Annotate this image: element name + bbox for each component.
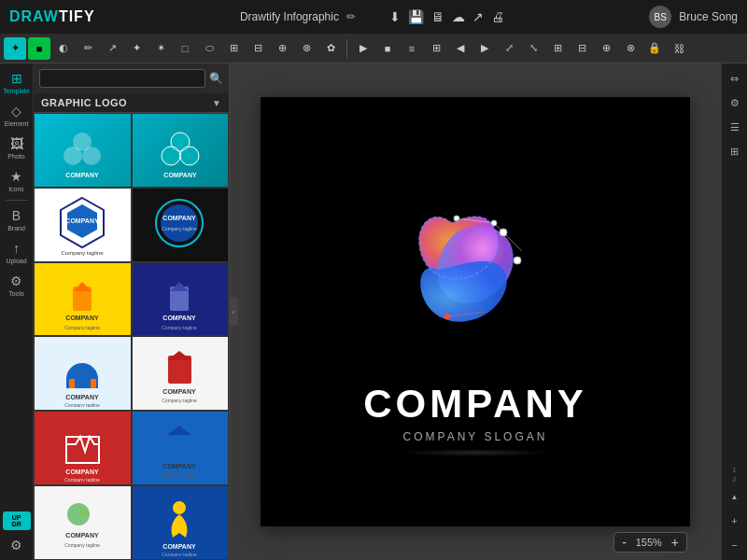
svg-text:Company tagline: Company tagline [64,325,100,330]
panel-collapse-btn[interactable]: ‹ [229,298,238,326]
avatar[interactable]: BS [649,6,671,28]
template-item-10[interactable]: COMPANY Company tagline graphic-logo-blu… [132,411,230,485]
grid-btn[interactable]: ⊞ [222,37,245,60]
zoom-bar: - 155% + [613,532,687,553]
prev-btn[interactable]: ◀ [449,37,472,60]
red-graphic: COMPANY Company tagline [52,416,113,482]
template-panel: 🔍 GRAPHIC LOGO ▼ COMPANY graphic-logo-Fl… [34,63,230,560]
canvas-content: COMPANY COMPANY SLOGAN [261,97,690,526]
minus-btn[interactable]: ⊗ [619,37,641,60]
rect-btn[interactable]: □ [174,37,196,60]
next-btn[interactable]: ▶ [473,37,496,60]
right-up-btn[interactable]: ▲ [724,485,746,508]
right-settings-btn[interactable]: ⚙ [724,91,746,114]
lock-btn[interactable]: 🔒 [643,37,666,60]
ungroup-btn[interactable]: ⊟ [571,37,593,60]
template-item-8[interactable]: COMPANY Company tagline graphic-logo-blu… [132,336,230,411]
template-item-9[interactable]: COMPANY Company tagline graphic-logo-red… [34,411,132,485]
settings-btn[interactable]: ⚙ [2,534,32,556]
search-icon[interactable]: 🔍 [209,72,223,85]
right-add-btn[interactable]: + [724,510,746,532]
svg-text:COMPANY: COMPANY [65,315,99,321]
icon-bar: ⊞ Template ◇ Element 🖼 Photo ★ Icons B B… [0,63,34,560]
badge-graphic: COMPANY Company tagline [149,193,210,259]
upgrade-btn[interactable]: UPGR [3,511,31,530]
book-graphic-1: COMPANY Company tagline [52,268,113,333]
template-item-5[interactable]: COMPANY Company tagline graphic-logo-blu… [34,262,132,337]
zoom-level: 155% [632,537,666,548]
template-item-3[interactable]: COMPANY Company tagline graphic-logo-Flo… [34,188,132,262]
sidebar-item-element[interactable]: ◇ Element [2,100,32,131]
zoom-minus-btn[interactable]: - [620,535,628,550]
media-btn[interactable]: ⊗ [295,37,317,60]
svg-text:COMPANY: COMPANY [65,394,99,400]
filter-btn[interactable]: ✿ [319,37,342,60]
cloud-icon[interactable]: ☁ [452,9,465,24]
sidebar-item-template[interactable]: ⊞ Template [2,67,32,98]
template-item-1[interactable]: COMPANY graphic-logo-Flower-t... 500*500… [34,113,132,188]
select-tool-btn[interactable]: ✦ [4,37,26,60]
top-bar-right: BS Bruce Song [649,6,738,28]
video-btn[interactable]: ▶ [352,37,374,60]
sidebar-item-photo[interactable]: 🖼 Photo [2,133,32,163]
ellipse-btn[interactable]: ⬭ [198,37,220,60]
hexagon-graphic: COMPANY Company tagline [52,193,113,259]
zoom-plus-btn[interactable]: + [669,535,681,550]
app-logo: DRAWTIFY [9,8,95,25]
print-icon[interactable]: 🖨 [491,9,504,24]
distribute-btn[interactable]: ⊞ [425,37,447,60]
top-bar: DRAWTIFY Drawtify Infographic ✏ ⬇ 💾 🖥 ☁ … [0,0,747,34]
save-icon[interactable]: 💾 [408,9,424,24]
svg-text:COMPANY: COMPANY [65,469,99,475]
template-item-7[interactable]: COMPANY Company tagline graphic-logo-blu… [34,336,132,411]
arrow-btn[interactable]: ↗ [101,37,123,60]
right-expand-btn[interactable]: ⇔ [724,67,746,90]
svg-point-46 [514,257,521,264]
template-item-6[interactable]: COMPANY Company tagline graphic-logo-blu… [132,262,230,337]
edit-icon[interactable]: ✏ [346,10,356,23]
pen-btn[interactable]: ✏ [77,37,99,60]
template-grid: COMPANY graphic-logo-Flower-t... 500*500… [34,113,229,560]
template-item-4[interactable]: COMPANY Company tagline graphic-logo-Flo… [132,188,230,262]
right-layer-btn[interactable]: ☰ [724,116,746,138]
svg-text:COMPANY: COMPANY [163,388,197,395]
redbook-graphic: COMPANY Company tagline [149,342,210,407]
compress-btn[interactable]: ⤡ [522,37,544,60]
right-grid-btn[interactable]: ⊞ [724,140,746,162]
book-graphic-2: COMPANY Company tagline [149,268,210,333]
thumb-7: COMPANY Company tagline [35,337,131,411]
preview-icon[interactable]: 🖥 [431,9,444,24]
align-btn[interactable]: ≡ [401,37,423,60]
star-btn[interactable]: ✦ [125,37,148,60]
share-icon[interactable]: ↗ [472,9,484,24]
sidebar-item-upload[interactable]: ↑ Upload [2,237,32,268]
flower-graphic-1: COMPANY [54,123,110,179]
crop-btn[interactable]: ◐ [52,37,75,60]
panel-dropdown-icon[interactable]: ▼ [212,98,221,108]
expand-btn[interactable]: ⤢ [498,37,520,60]
draw-btn[interactable]: ■ [28,37,50,60]
add-btn[interactable]: ⊕ [595,37,617,60]
canvas-area: COMPANY COMPANY SLOGAN - 155% + [230,63,721,560]
template-item-12[interactable]: COMPANY Company tagline graphic-logo-blu… [132,485,230,560]
sidebar-item-icons[interactable]: ★ Icons [2,165,32,196]
template-item-2[interactable]: COMPANY graphic-logo-Flower-bl... 500*50… [132,113,230,188]
panel-title: GRAPHIC LOGO [41,97,127,108]
chart-btn[interactable]: ⊕ [271,37,293,60]
sidebar-item-brand[interactable]: B Brand [2,204,32,235]
right-minus-btn[interactable]: − [724,534,746,556]
leaf-graphic: COMPANY Company tagline [52,491,113,556]
group-btn[interactable]: ⊞ [546,37,569,60]
flower-graphic-2: COMPANY [152,123,208,179]
template-item-11[interactable]: COMPANY Company tagline graphic-logo-...… [34,485,132,560]
shape-btn[interactable]: ✶ [149,37,172,60]
element-icon: ◇ [11,104,21,119]
search-input[interactable] [39,69,205,88]
project-title: Drawtify Infographic [240,10,339,23]
download-icon[interactable]: ⬇ [389,9,401,24]
canvas[interactable]: COMPANY COMPANY SLOGAN [261,97,690,526]
table-btn[interactable]: ⊟ [247,37,269,60]
sidebar-item-tools[interactable]: ⚙ Tools [2,270,32,301]
stop-btn[interactable]: ■ [376,37,399,60]
link-btn[interactable]: ⛓ [668,37,690,60]
